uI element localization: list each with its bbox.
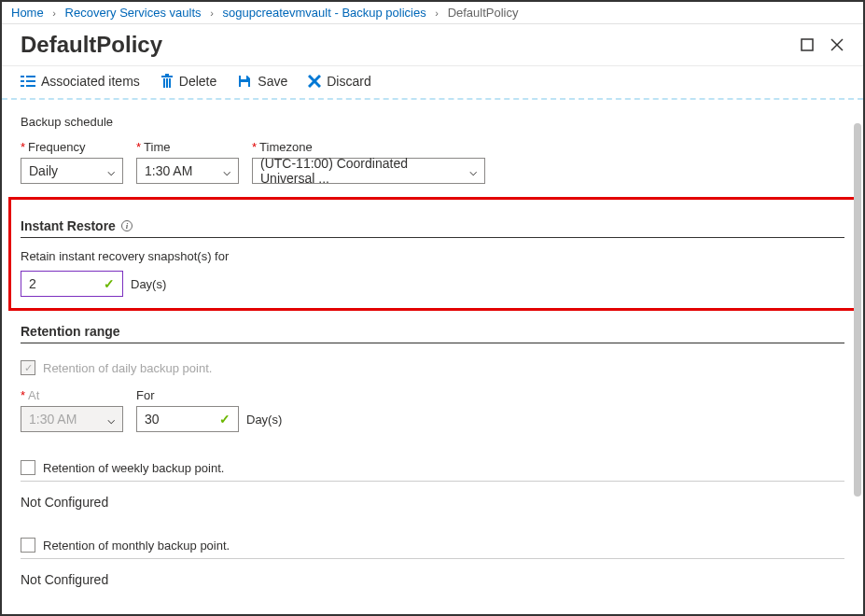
svg-rect-12 [166, 78, 168, 88]
weekly-retention-row: Retention of weekly backup point. [21, 455, 844, 482]
breadcrumb-rsv[interactable]: Recovery Services vaults [65, 6, 202, 20]
weekly-status: Not Configured [21, 495, 844, 510]
instant-restore-highlight: Instant Restore i Retain instant recover… [8, 197, 857, 311]
chevron-down-icon: ⌵ [469, 163, 477, 178]
timezone-select[interactable]: (UTC-11:00) Coordinated Universal ... ⌵ [252, 158, 485, 184]
breadcrumb: Home › Recovery Services vaults › sogupc… [2, 2, 863, 24]
time-value: 1:30 AM [145, 163, 192, 178]
time-label: *Time [136, 140, 239, 154]
save-button[interactable]: Save [237, 74, 287, 89]
for-days-value: 30 [145, 412, 160, 427]
close-icon[interactable] [830, 37, 844, 52]
trash-icon [160, 74, 174, 89]
backup-schedule-heading: Backup schedule [21, 115, 844, 129]
svg-rect-0 [802, 39, 813, 50]
chevron-right-icon: › [435, 7, 439, 19]
chevron-right-icon: › [52, 7, 56, 19]
svg-rect-11 [163, 78, 165, 88]
associated-items-button[interactable]: Associated items [21, 74, 140, 89]
svg-rect-8 [26, 85, 35, 87]
monthly-retention-checkbox[interactable] [21, 538, 35, 553]
daily-retention-row: Retention of daily backup point. [21, 355, 844, 375]
weekly-retention-checkbox[interactable] [21, 460, 35, 475]
discard-icon [308, 75, 321, 88]
page-title: DefaultPolicy [21, 32, 785, 58]
page-header: DefaultPolicy [2, 24, 863, 65]
monthly-status: Not Configured [21, 572, 844, 587]
svg-rect-6 [26, 80, 35, 82]
at-field: *At 1:30 AM ⌵ [21, 388, 123, 432]
for-days-input[interactable]: 30 ✓ [136, 406, 239, 432]
svg-rect-9 [161, 76, 173, 77]
at-value: 1:30 AM [29, 412, 77, 427]
checkmark-icon: ✓ [219, 412, 230, 427]
checkmark-icon: ✓ [104, 276, 115, 291]
for-field: For 30 ✓ Day(s) [136, 388, 282, 432]
daily-retention-checkbox [21, 360, 35, 375]
frequency-field: *Frequency Daily ⌵ [21, 140, 123, 184]
retain-days-input[interactable]: 2 ✓ [21, 271, 123, 297]
retention-range-title: Retention range [21, 324, 844, 343]
timezone-label: *Timezone [252, 140, 485, 154]
vertical-scrollbar[interactable] [854, 123, 861, 497]
monthly-retention-row: Retention of monthly backup point. [21, 532, 844, 559]
breadcrumb-home[interactable]: Home [11, 6, 44, 20]
command-bar: Associated items Delete Save Discard [2, 65, 863, 100]
retain-days-unit: Day(s) [131, 277, 166, 291]
svg-rect-4 [26, 76, 35, 77]
svg-rect-3 [21, 76, 24, 77]
chevron-right-icon: › [210, 7, 214, 19]
frequency-value: Daily [29, 163, 58, 178]
for-label: For [136, 388, 282, 402]
for-days-unit: Day(s) [246, 413, 282, 427]
at-label: *At [21, 388, 123, 402]
svg-rect-15 [241, 82, 248, 87]
frequency-select[interactable]: Daily ⌵ [21, 158, 123, 184]
svg-rect-7 [21, 85, 24, 87]
at-select: 1:30 AM ⌵ [21, 406, 123, 432]
daily-retention-config: *At 1:30 AM ⌵ For 30 ✓ Day(s) [21, 388, 844, 432]
list-icon [21, 75, 35, 88]
timezone-field: *Timezone (UTC-11:00) Coordinated Univer… [252, 140, 485, 184]
retain-snapshot-label: Retain instant recovery snapshot(s) for [21, 249, 844, 263]
save-icon [237, 74, 252, 89]
svg-rect-14 [241, 76, 246, 79]
instant-restore-title: Instant Restore i [21, 218, 844, 238]
chevron-down-icon: ⌵ [107, 412, 115, 427]
svg-rect-13 [169, 78, 171, 88]
chevron-down-icon: ⌵ [107, 163, 115, 178]
chevron-down-icon: ⌵ [223, 163, 230, 178]
discard-button[interactable]: Discard [308, 74, 370, 89]
save-label: Save [258, 74, 287, 89]
breadcrumb-current: DefaultPolicy [448, 6, 519, 20]
time-field: *Time 1:30 AM ⌵ [136, 140, 239, 184]
svg-rect-10 [165, 74, 169, 76]
associated-items-label: Associated items [41, 74, 140, 89]
svg-rect-5 [21, 80, 24, 82]
frequency-label: *Frequency [21, 140, 123, 154]
content-area: Backup schedule *Frequency Daily ⌵ *Time… [2, 100, 863, 595]
breadcrumb-vault[interactable]: sogupcreatevmvault - Backup policies [222, 6, 426, 20]
delete-button[interactable]: Delete [160, 74, 216, 89]
daily-retention-label: Retention of daily backup point. [43, 361, 212, 375]
schedule-row: *Frequency Daily ⌵ *Time 1:30 AM ⌵ *Time… [21, 140, 844, 184]
info-icon[interactable]: i [121, 220, 133, 231]
weekly-retention-label: Retention of weekly backup point. [43, 461, 224, 475]
time-select[interactable]: 1:30 AM ⌵ [136, 158, 239, 184]
retain-days-value: 2 [29, 276, 36, 291]
timezone-value: (UTC-11:00) Coordinated Universal ... [260, 156, 460, 186]
restore-down-icon[interactable] [800, 37, 815, 52]
delete-label: Delete [179, 74, 216, 89]
monthly-retention-label: Retention of monthly backup point. [43, 539, 230, 553]
discard-label: Discard [327, 74, 370, 89]
